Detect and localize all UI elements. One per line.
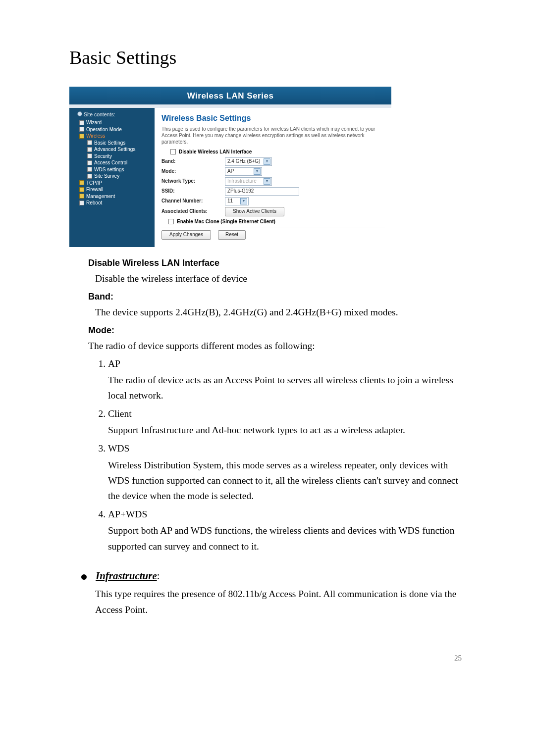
dwli-body: Disable the wireless interface of device xyxy=(95,271,466,286)
folder-icon xyxy=(79,194,84,199)
chevron-down-icon: ▾ xyxy=(264,158,270,165)
router-ui-screenshot: Wireless LAN Series Site contents: Wizar… xyxy=(69,87,391,247)
sidebar-item-label: Wireless xyxy=(86,133,105,140)
sidebar-item-basic-settings[interactable]: Basic Settings xyxy=(72,140,155,147)
folder-icon xyxy=(79,187,84,192)
show-active-clients-button[interactable]: Show Active Clients xyxy=(225,207,284,216)
band-body: The device supports 2.4GHz(B), 2.4GHz(G)… xyxy=(95,304,466,320)
infra-colon: : xyxy=(157,570,160,581)
panel-desc: This page is used to configure the param… xyxy=(161,126,385,145)
band-label: Band: xyxy=(161,157,222,165)
main-panel: Wireless Basic Settings This page is use… xyxy=(155,108,391,247)
disable-wlan-checkbox[interactable] xyxy=(170,149,176,154)
mode-item-body: Wireless Distribution System, this mode … xyxy=(108,457,466,504)
doc-icon xyxy=(79,201,84,205)
channel-select[interactable]: 11 ▾ xyxy=(225,197,249,205)
infra-head: Infrastructure xyxy=(96,570,157,582)
chevron-down-icon: ▾ xyxy=(240,198,247,204)
sidebar-item-access-control[interactable]: Access Control xyxy=(72,159,155,166)
doc-icon xyxy=(79,127,84,132)
ntype-value: Infrastructure xyxy=(227,177,257,185)
mode-item-body: Support both AP and WDS functions, the w… xyxy=(108,523,466,554)
sidebar-title: Site contents: xyxy=(72,110,155,119)
sidebar-item-label: Site Survey xyxy=(94,173,119,180)
mode-value: AP xyxy=(227,167,234,175)
sidebar-item-wds-settings[interactable]: WDS settings xyxy=(72,166,155,173)
screenshot-header: Wireless LAN Series xyxy=(69,87,391,104)
infra-row: Infrastructure: xyxy=(81,568,466,585)
sidebar-item-wizard[interactable]: Wizard xyxy=(72,119,155,126)
mode-item-title: WDS xyxy=(108,441,466,456)
band-select[interactable]: 2.4 GHz (B+G) ▾ xyxy=(225,157,272,166)
mode-item-body: The radio of device acts as an Access Po… xyxy=(108,372,466,403)
doc-icon xyxy=(87,153,92,158)
folder-icon xyxy=(79,134,84,139)
disable-wlan-label: Disable Wireless LAN Interface xyxy=(179,148,252,156)
sidebar-item-reboot[interactable]: Reboot xyxy=(72,200,155,206)
assoc-label: Associated Clients: xyxy=(161,207,222,215)
screenshot-header-gap xyxy=(69,104,391,108)
sidebar-item-firewall[interactable]: Firewall xyxy=(72,186,155,193)
mode-item: AP+WDSSupport both AP and WDS functions,… xyxy=(108,506,466,554)
mode-item: WDSWireless Distribution System, this mo… xyxy=(108,441,466,504)
sidebar-item-label: Firewall xyxy=(86,186,103,193)
sidebar-item-label: Operation Mode xyxy=(86,126,122,133)
mac-clone-checkbox[interactable] xyxy=(168,219,174,224)
mode-item: ClientSupport Infrastructure and Ad-hoc … xyxy=(108,406,466,438)
sidebar-item-tcp/ip[interactable]: TCP/IP xyxy=(72,180,155,187)
mode-label: Mode: xyxy=(161,167,222,175)
sidebar-item-wireless[interactable]: Wireless xyxy=(72,133,155,140)
ntype-select[interactable]: Infrastructure ▾ xyxy=(225,177,272,186)
doc-icon xyxy=(87,147,92,152)
channel-label: Channel Number: xyxy=(161,197,222,205)
sidebar-item-label: WDS settings xyxy=(94,166,124,173)
sidebar-item-security[interactable]: Security xyxy=(72,153,155,160)
ssid-input[interactable]: ZPlus-G192 xyxy=(225,187,299,196)
band-value: 2.4 GHz (B+G) xyxy=(227,157,260,165)
bullet-icon xyxy=(81,574,87,580)
doc-icon xyxy=(87,160,92,165)
apply-changes-button[interactable]: Apply Changes xyxy=(161,230,211,240)
sidebar-title-text: Site contents: xyxy=(84,111,115,117)
folder-icon xyxy=(79,180,84,185)
channel-value: 11 xyxy=(227,197,233,205)
mode-item-title: Client xyxy=(108,406,466,421)
sidebar-item-label: Security xyxy=(94,153,112,160)
sidebar-item-advanced-settings[interactable]: Advanced Settings xyxy=(72,146,155,153)
sidebar-item-label: Access Control xyxy=(94,159,127,166)
panel-title: Wireless Basic Settings xyxy=(161,112,385,125)
doc-icon xyxy=(79,120,84,125)
mode-item-title: AP+WDS xyxy=(108,506,466,522)
page-number: 25 xyxy=(69,652,466,664)
sidebar-item-label: TCP/IP xyxy=(86,180,102,187)
chevron-down-icon: ▾ xyxy=(264,178,270,185)
ntype-label: Network Type: xyxy=(161,177,222,185)
infra-body: This type requires the presence of 802.1… xyxy=(95,586,466,617)
doc-icon xyxy=(87,174,92,179)
mode-item: APThe radio of device acts as an Access … xyxy=(108,356,466,403)
sidebar-item-label: Reboot xyxy=(86,200,102,206)
mode-body: The radio of device supports different m… xyxy=(88,338,466,353)
sidebar-item-operation-mode[interactable]: Operation Mode xyxy=(72,126,155,133)
mode-item-title: AP xyxy=(108,356,466,371)
sidebar-item-label: Advanced Settings xyxy=(94,146,135,153)
mode-list: APThe radio of device acts as an Access … xyxy=(95,356,466,554)
sidebar-item-label: Basic Settings xyxy=(94,140,125,147)
globe-icon xyxy=(77,111,82,116)
disable-wlan-row: Disable Wireless LAN Interface xyxy=(161,148,385,156)
dwli-head: Disable Wireless LAN Interface xyxy=(88,256,466,270)
ssid-label: SSID: xyxy=(161,187,222,195)
reset-button[interactable]: Reset xyxy=(218,230,246,240)
divider xyxy=(161,228,385,228)
mode-item-body: Support Infrastructure and Ad-hoc networ… xyxy=(108,422,466,438)
sidebar-item-management[interactable]: Management xyxy=(72,193,155,200)
page-title: Basic Settings xyxy=(69,43,466,73)
doc-icon xyxy=(87,140,92,145)
mac-clone-label: Enable Mac Clone (Single Ethernet Client… xyxy=(177,218,275,226)
doc-icon xyxy=(87,167,92,172)
sidebar-item-label: Management xyxy=(86,193,115,200)
chevron-down-icon: ▾ xyxy=(254,168,261,175)
sidebar-item-site-survey[interactable]: Site Survey xyxy=(72,173,155,180)
band-head: Band: xyxy=(88,290,466,304)
mode-select[interactable]: AP ▾ xyxy=(225,167,262,176)
